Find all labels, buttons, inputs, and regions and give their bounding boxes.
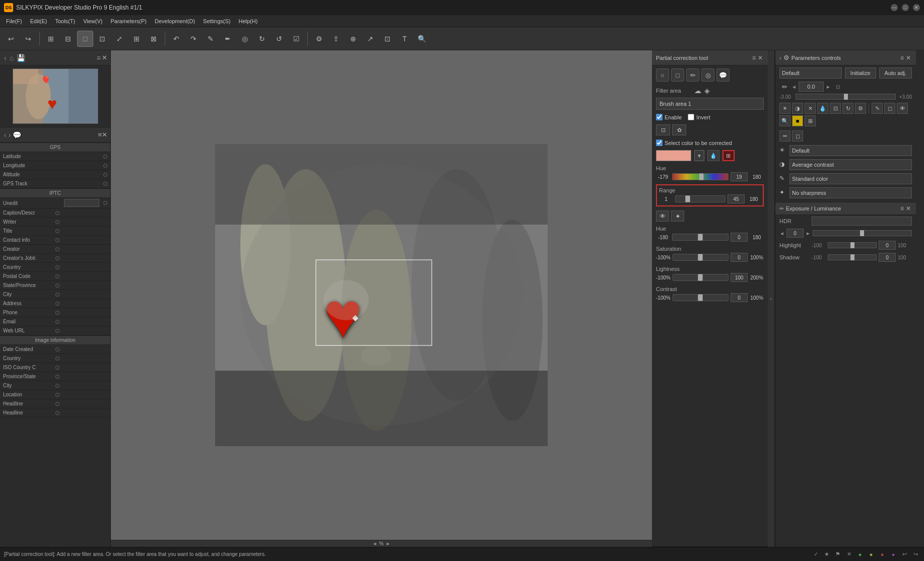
- shadow-input[interactable]: [879, 253, 896, 262]
- toolbar-single[interactable]: □: [77, 31, 93, 47]
- status-flag-btn[interactable]: ⚑: [833, 550, 842, 559]
- toolbar-send[interactable]: ↗: [362, 31, 378, 47]
- pct-circle-btn[interactable]: ○: [656, 68, 669, 82]
- left-panel-home[interactable]: ⌂: [9, 54, 15, 62]
- toolbar-text[interactable]: T: [397, 31, 413, 47]
- params-tool-wb[interactable]: ☀: [779, 103, 790, 114]
- gps-panel-next[interactable]: ›: [8, 131, 12, 139]
- status-red-btn[interactable]: ●: [878, 550, 887, 559]
- menu-edit[interactable]: Edit(E): [26, 17, 51, 25]
- highlight-slider-track[interactable]: [828, 242, 877, 248]
- pct-pen-btn[interactable]: ✏: [686, 68, 699, 82]
- toolbar-undo2[interactable]: ↶: [168, 31, 184, 47]
- params-tool-paint[interactable]: ✏: [779, 130, 790, 142]
- exp-lum-close-btn[interactable]: ✕: [905, 204, 912, 213]
- adj-contrast-track[interactable]: [673, 294, 729, 301]
- params-tool-erase2[interactable]: ◻: [792, 130, 803, 142]
- gps-panel-prev[interactable]: ‹: [3, 131, 8, 139]
- enable-checkbox[interactable]: [656, 114, 663, 120]
- pct-close-btn[interactable]: ✕: [757, 53, 764, 62]
- vis-btn-2[interactable]: ✦: [671, 211, 684, 222]
- shadow-slider-track[interactable]: [828, 254, 877, 260]
- expand-arrow[interactable]: ›: [768, 50, 775, 547]
- pct-rect-btn[interactable]: □: [671, 68, 684, 82]
- toolbar-grid-3[interactable]: ⊞: [128, 31, 145, 47]
- filter-area-icon2[interactable]: ◈: [704, 87, 710, 95]
- toolbar-redo2[interactable]: ↷: [185, 31, 202, 47]
- hdr-input[interactable]: [786, 229, 804, 238]
- params-exp-left-arrow[interactable]: ◄: [791, 84, 797, 90]
- range-input[interactable]: [728, 194, 745, 203]
- params-tool-settings2[interactable]: ⚙: [855, 103, 866, 114]
- menu-parameters[interactable]: Parameters(P): [106, 17, 151, 25]
- hdr-arrow-right[interactable]: ►: [806, 231, 811, 236]
- adj-sat-input[interactable]: [731, 253, 748, 262]
- color-dropdown-btn[interactable]: ▼: [694, 150, 704, 161]
- scroll-left[interactable]: ◄: [372, 541, 377, 546]
- toolbar-pen[interactable]: ✒: [220, 31, 236, 47]
- params-tool-erase[interactable]: ◻: [884, 103, 895, 114]
- center-scroll-bottom[interactable]: ◄ % ►: [111, 540, 652, 547]
- adj-hue-track[interactable]: [672, 234, 729, 241]
- highlight-input[interactable]: [879, 241, 896, 250]
- params-tool-exposure2[interactable]: ◑: [792, 103, 803, 114]
- menu-help[interactable]: Help(H): [235, 17, 262, 25]
- hdr-select[interactable]: [812, 217, 912, 226]
- menu-view[interactable]: View(V): [79, 17, 106, 25]
- params-tool-crop2[interactable]: ⊞: [805, 115, 816, 126]
- color-swatch[interactable]: [656, 150, 691, 161]
- toolbar-undo[interactable]: ↩: [3, 31, 19, 47]
- menu-tools[interactable]: Tools(T): [51, 17, 79, 25]
- params-close-btn[interactable]: ✕: [905, 53, 912, 62]
- hue-track[interactable]: [672, 173, 729, 180]
- range-track[interactable]: [675, 195, 725, 202]
- toolbar-rotate-cw[interactable]: ↻: [254, 31, 270, 47]
- status-check-btn[interactable]: ✓: [811, 550, 820, 559]
- params-tool-rotate[interactable]: ↻: [842, 103, 853, 114]
- menu-development[interactable]: Development(D): [151, 17, 199, 25]
- params-init-btn[interactable]: Initialize: [845, 67, 876, 79]
- toolbar-search[interactable]: 🔍: [414, 31, 430, 47]
- params-wb-select[interactable]: Default: [789, 145, 912, 156]
- params-tool-crop[interactable]: ⊡: [830, 103, 841, 114]
- params-tool-yellow[interactable]: ■: [792, 115, 803, 126]
- adj-light-track[interactable]: [673, 274, 729, 281]
- params-exp-right-arrow[interactable]: ►: [826, 84, 831, 90]
- image-container[interactable]: ♥ ◆: [111, 50, 652, 540]
- toolbar-brush[interactable]: ✎: [203, 31, 219, 47]
- color-eyedropper-btn[interactable]: 💧: [707, 150, 719, 161]
- enable-checkbox-label[interactable]: Enable: [656, 114, 682, 120]
- exp-lum-menu-btn[interactable]: ≡: [899, 204, 905, 213]
- menu-file[interactable]: File(F): [2, 17, 26, 25]
- params-tool-lens[interactable]: ✕: [805, 103, 816, 114]
- toolbar-settings[interactable]: ⚙: [311, 31, 327, 47]
- adj-sat-track[interactable]: [673, 254, 729, 261]
- mask-btn-2[interactable]: ✿: [672, 124, 686, 135]
- invert-checkbox[interactable]: [688, 114, 694, 120]
- gps-panel-close[interactable]: ✕: [102, 131, 107, 138]
- params-tool-eye[interactable]: 👁: [897, 103, 908, 114]
- toolbar-redo[interactable]: ↪: [20, 31, 36, 47]
- adj-hue-input[interactable]: [731, 233, 748, 242]
- scroll-right[interactable]: ►: [385, 541, 390, 546]
- left-panel-menu[interactable]: ≡: [96, 54, 102, 62]
- hdr-arrow-left[interactable]: ◄: [779, 231, 784, 236]
- close-button[interactable]: ✕: [913, 4, 920, 11]
- status-green-btn[interactable]: ●: [855, 550, 865, 559]
- filter-area-select[interactable]: Brush area 1: [656, 98, 764, 110]
- toolbar-expand[interactable]: ⤢: [111, 31, 127, 47]
- hdr-slider-track[interactable]: [813, 230, 912, 236]
- status-star-btn[interactable]: ★: [822, 550, 831, 559]
- mask-btn-1[interactable]: ⊡: [656, 124, 670, 135]
- params-expand-icon[interactable]: ›: [779, 55, 781, 61]
- params-tool-brush2[interactable]: ✎: [872, 103, 883, 114]
- params-tool-magnify[interactable]: 🔍: [779, 115, 790, 126]
- left-panel-close[interactable]: ✕: [102, 54, 107, 61]
- left-panel-save[interactable]: 💾: [16, 54, 26, 62]
- adj-light-input[interactable]: [731, 273, 748, 282]
- params-tool-eyedrop[interactable]: 💧: [817, 103, 828, 114]
- invert-checkbox-label[interactable]: Invert: [688, 114, 710, 120]
- toolbar-split[interactable]: ⊡: [94, 31, 110, 47]
- status-redo-btn[interactable]: ↪: [911, 550, 920, 559]
- toolbar-stamp[interactable]: ◎: [237, 31, 253, 47]
